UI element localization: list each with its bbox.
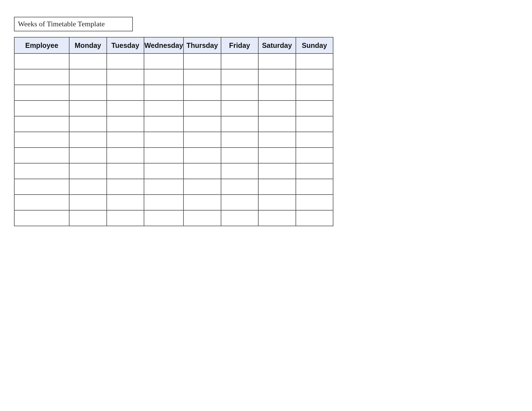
table-row — [14, 69, 333, 85]
table-cell — [144, 85, 183, 101]
table-cell — [296, 148, 333, 163]
table-cell — [296, 116, 333, 132]
col-header-tuesday: Tuesday — [107, 37, 144, 53]
table-cell — [183, 69, 221, 85]
table-cell — [221, 210, 258, 226]
table-cell — [69, 195, 107, 210]
table-cell — [296, 210, 333, 226]
table-cell — [107, 163, 144, 179]
table-cell — [14, 195, 69, 210]
table-cell — [14, 163, 69, 179]
title-box: Weeks of Timetable Template — [14, 17, 133, 31]
table-cell — [183, 210, 221, 226]
table-cell — [221, 132, 258, 148]
table-cell — [107, 85, 144, 101]
table-cell — [183, 163, 221, 179]
table-cell — [221, 116, 258, 132]
table-cell — [221, 179, 258, 195]
table-cell — [69, 116, 107, 132]
table-cell — [296, 69, 333, 85]
table-cell — [258, 132, 296, 148]
col-header-thursday: Thursday — [183, 37, 221, 53]
table-cell — [296, 132, 333, 148]
table-cell — [183, 195, 221, 210]
table-cell — [14, 116, 69, 132]
table-cell — [258, 85, 296, 101]
table-cell — [69, 163, 107, 179]
table-cell — [296, 53, 333, 69]
table-cell — [69, 179, 107, 195]
table-cell — [69, 132, 107, 148]
table-cell — [144, 116, 183, 132]
table-cell — [258, 101, 296, 116]
table-cell — [144, 69, 183, 85]
table-cell — [258, 148, 296, 163]
table-cell — [14, 179, 69, 195]
table-cell — [258, 179, 296, 195]
page-title: Weeks of Timetable Template — [18, 20, 105, 28]
table-cell — [221, 53, 258, 69]
table-cell — [69, 85, 107, 101]
table-cell — [183, 53, 221, 69]
col-header-friday: Friday — [221, 37, 258, 53]
table-cell — [183, 179, 221, 195]
col-header-sunday: Sunday — [296, 37, 333, 53]
timetable: Employee Monday Tuesday Wednesday Thursd… — [14, 37, 333, 226]
table-row — [14, 132, 333, 148]
table-cell — [144, 195, 183, 210]
table-row — [14, 85, 333, 101]
table-cell — [183, 132, 221, 148]
table-cell — [144, 101, 183, 116]
table-cell — [107, 179, 144, 195]
table-cell — [221, 163, 258, 179]
table-cell — [221, 85, 258, 101]
table-cell — [258, 53, 296, 69]
table-cell — [183, 116, 221, 132]
table-cell — [144, 179, 183, 195]
table-cell — [107, 210, 144, 226]
table-cell — [107, 116, 144, 132]
table-cell — [107, 69, 144, 85]
table-row — [14, 195, 333, 210]
table-cell — [69, 53, 107, 69]
table-row — [14, 101, 333, 116]
table-cell — [107, 148, 144, 163]
col-header-employee: Employee — [14, 37, 69, 53]
table-cell — [221, 148, 258, 163]
table-cell — [107, 195, 144, 210]
page: Weeks of Timetable Template Employee Mon… — [0, 0, 532, 411]
table-row — [14, 163, 333, 179]
col-header-wednesday: Wednesday — [144, 37, 183, 53]
table-cell — [296, 179, 333, 195]
table-cell — [221, 101, 258, 116]
table-cell — [14, 148, 69, 163]
table-cell — [107, 101, 144, 116]
table-row — [14, 116, 333, 132]
table-cell — [69, 101, 107, 116]
table-cell — [296, 85, 333, 101]
table-cell — [258, 163, 296, 179]
table-cell — [14, 85, 69, 101]
table-cell — [183, 101, 221, 116]
table-cell — [107, 53, 144, 69]
table-cell — [258, 195, 296, 210]
table-row — [14, 210, 333, 226]
table-cell — [144, 132, 183, 148]
table-cell — [14, 210, 69, 226]
table-cell — [144, 163, 183, 179]
table-cell — [258, 116, 296, 132]
table-cell — [14, 69, 69, 85]
table-cell — [296, 101, 333, 116]
table-cell — [69, 148, 107, 163]
table-cell — [183, 148, 221, 163]
table-cell — [258, 69, 296, 85]
col-header-monday: Monday — [69, 37, 107, 53]
table-row — [14, 179, 333, 195]
table-cell — [14, 101, 69, 116]
table-cell — [144, 210, 183, 226]
table-cell — [221, 69, 258, 85]
table-cell — [14, 132, 69, 148]
table-cell — [144, 148, 183, 163]
table-cell — [183, 85, 221, 101]
table-cell — [296, 195, 333, 210]
